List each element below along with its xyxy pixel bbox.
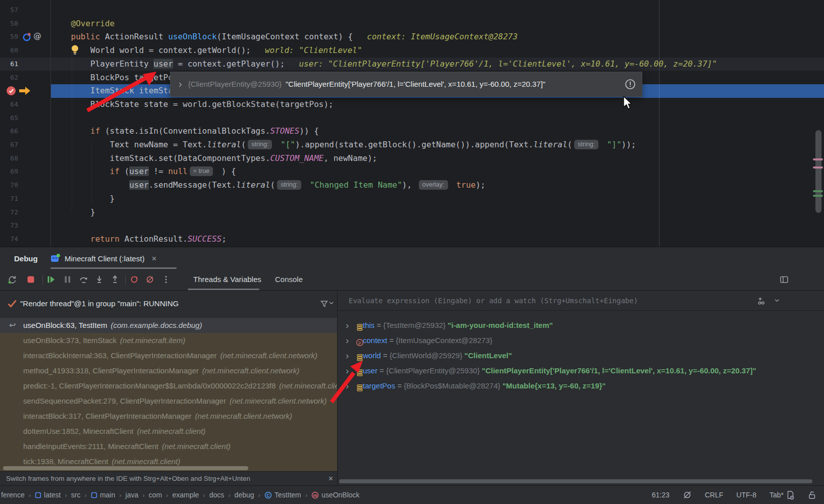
line-ending-widget[interactable]: CRLF — [705, 491, 724, 499]
stack-frame[interactable]: method_41933:318, ClientPlayerInteractio… — [0, 363, 337, 378]
stack-frame[interactable]: predict:-1, ClientPlayerInteractionManag… — [0, 378, 337, 394]
code-line[interactable]: itemStack.set(DataComponentTypes.CUSTOM_… — [50, 152, 377, 165]
line-number[interactable]: 70 — [0, 179, 18, 192]
stack-frame[interactable]: handleInputEvents:2111, MinecraftClient(… — [0, 439, 337, 454]
mute-breakpoints-button[interactable] — [145, 275, 154, 284]
error-stripe-mark[interactable] — [813, 166, 823, 169]
variables-horizontal-scrollbar[interactable] — [339, 479, 812, 483]
line-number[interactable]: 64 — [0, 98, 18, 111]
stack-frame[interactable]: doItemUse:1852, MinecraftClient(net.mine… — [0, 424, 337, 439]
code-line[interactable]: user.sendMessage(Text.literal(string: "C… — [50, 179, 485, 192]
variable-row[interactable]: ›targetPos = {BlockPos$Mutable@28274} "M… — [338, 378, 824, 394]
breakpoint-verified-icon[interactable] — [6, 86, 16, 96]
line-number[interactable]: 58 — [0, 17, 18, 31]
expand-chevron-icon[interactable]: › — [346, 378, 349, 394]
breadcrumb-item[interactable]: CTestItem — [264, 491, 301, 499]
line-number[interactable]: 68 — [0, 152, 18, 165]
line-number[interactable]: 67 — [0, 138, 18, 152]
session-tab-close-icon[interactable]: × — [151, 254, 156, 264]
stack-frame[interactable]: useOnBlock:373, ItemStack(net.minecraft.… — [0, 333, 337, 348]
breadcrumb-item[interactable]: main — [91, 491, 115, 499]
variable-row[interactable]: ›world = {ClientWorld@25929} "ClientLeve… — [338, 348, 824, 363]
warning-circle-icon[interactable] — [625, 79, 636, 90]
line-number[interactable]: 66 — [0, 125, 18, 138]
step-into-button[interactable] — [95, 275, 104, 284]
code-line[interactable]: } — [50, 206, 95, 219]
chevron-down-icon[interactable]: › — [772, 299, 783, 302]
breadcrumb-item[interactable]: java — [126, 491, 139, 499]
breadcrumb-item[interactable]: latest — [35, 491, 61, 499]
step-out-button[interactable] — [111, 275, 120, 284]
code-line[interactable]: if (state.isIn(ConventionalBlockTags.STO… — [50, 125, 319, 138]
unlock-icon[interactable] — [808, 490, 816, 499]
code-line[interactable]: @Override — [50, 17, 115, 31]
code-line[interactable]: return ActionResult.SUCCESS; — [50, 233, 227, 246]
resume-button[interactable] — [46, 275, 56, 284]
breadcrumb-item[interactable]: docs — [209, 491, 225, 499]
annotation-gutter-icon[interactable]: @ — [33, 31, 41, 41]
stop-button[interactable] — [26, 275, 35, 284]
thread-selector[interactable]: "Render thread"@1 in group "main": RUNNI… — [0, 291, 337, 317]
line-number[interactable]: 57 — [0, 4, 18, 17]
error-stripe-mark[interactable] — [813, 190, 823, 192]
line-number[interactable]: 74 — [0, 233, 18, 246]
line-number[interactable]: 62 — [0, 71, 18, 85]
line-number[interactable]: 60 — [0, 44, 18, 58]
error-stripe-mark[interactable] — [813, 195, 823, 197]
thread-label[interactable]: "Render thread"@1 in group "main": RUNNI… — [20, 291, 179, 317]
breadcrumb-item[interactable]: museOnBlock — [311, 491, 359, 499]
code-line[interactable]: Text newName = Text.literal(string: "[")… — [50, 138, 636, 152]
view-breakpoints-button[interactable] — [130, 275, 139, 284]
variable-row[interactable]: ›this = {TestItem@25932} "i-am-your-mod-… — [338, 318, 824, 333]
rerun-button[interactable] — [8, 275, 17, 284]
intention-bulb-icon[interactable] — [71, 44, 79, 55]
breadcrumb-item[interactable]: debug — [235, 491, 254, 499]
line-number[interactable]: 59 — [0, 30, 18, 44]
breadcrumb-item[interactable]: com — [149, 491, 162, 499]
line-number[interactable]: 69 — [0, 165, 18, 179]
indent-widget[interactable]: Tab* — [770, 490, 795, 500]
evaluate-expression-bar[interactable]: Evaluate expression (Eingabe) or add a w… — [338, 291, 824, 311]
eye-off-icon[interactable] — [683, 490, 692, 499]
breadcrumb-item[interactable]: src — [71, 491, 81, 499]
expand-chevron-icon[interactable]: › — [346, 348, 349, 363]
line-number[interactable]: 72 — [0, 206, 18, 219]
add-watch-icon[interactable] — [757, 297, 766, 305]
caret-position-widget[interactable]: 61:23 — [652, 491, 670, 499]
variable-row[interactable]: ›user = {ClientPlayerEntity@25930} "Clie… — [338, 363, 824, 378]
breadcrumb-item[interactable]: ference — [1, 491, 25, 499]
frames-horizontal-scrollbar[interactable] — [3, 466, 248, 470]
stack-frame[interactable]: ↩useOnBlock:63, TestItem(com.example.doc… — [0, 318, 337, 333]
expand-chevron-icon[interactable]: › — [346, 363, 349, 378]
line-number[interactable]: 65 — [0, 111, 18, 125]
override-method-icon[interactable] — [22, 32, 32, 42]
code-line[interactable] — [50, 4, 51, 17]
code-line[interactable] — [50, 111, 51, 125]
tooltip-expand-icon[interactable]: › — [179, 78, 182, 90]
debug-title[interactable]: Debug — [14, 247, 38, 270]
session-tab[interactable]: Minecraft Client (:latest) × — [50, 247, 156, 270]
expand-chevron-icon[interactable]: › — [346, 333, 349, 348]
stack-frame[interactable]: interactBlock:317, ClientPlayerInteracti… — [0, 409, 337, 424]
tab-console[interactable]: Console — [275, 269, 303, 291]
more-actions-kebab-icon[interactable] — [161, 275, 171, 284]
breadcrumb-item[interactable]: example — [172, 491, 199, 499]
hint-close-icon[interactable]: × — [328, 472, 333, 485]
code-line[interactable]: if (user != null= true ) { — [50, 165, 236, 179]
line-number[interactable]: 71 — [0, 192, 18, 206]
code-editor[interactable]: 5758596061626465666768697071727374 @Over… — [0, 0, 824, 247]
step-over-button[interactable] — [79, 275, 88, 284]
encoding-widget[interactable]: UTF-8 — [736, 491, 756, 499]
chevron-down-icon[interactable]: › — [326, 302, 337, 305]
variable-row[interactable]: ›pcontext = {ItemUsageContext@28273} — [338, 333, 824, 348]
line-number[interactable]: 61 — [0, 58, 18, 71]
pause-button[interactable] — [63, 275, 72, 284]
error-stripe-mark[interactable] — [813, 158, 823, 160]
tab-threads-variables[interactable]: Threads & Variables — [193, 269, 261, 291]
editor-scrollbar[interactable] — [815, 130, 821, 213]
code-line[interactable]: BlockState state = world.getBlockState(t… — [50, 98, 334, 111]
stack-frame[interactable]: interactBlockInternal:363, ClientPlayerI… — [0, 348, 337, 363]
layout-settings-icon[interactable] — [780, 275, 789, 284]
code-line[interactable]: World world = context.getWorld();world: … — [50, 44, 362, 58]
session-tab-label[interactable]: Minecraft Client (:latest) — [65, 254, 144, 263]
